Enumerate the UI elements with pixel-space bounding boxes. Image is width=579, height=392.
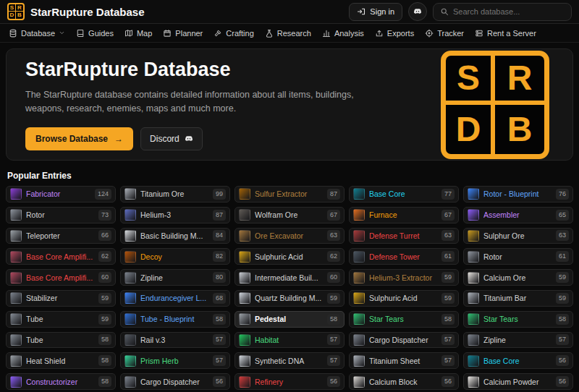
- entry-count-badge: 63: [556, 230, 569, 241]
- entry-card[interactable]: Habitat 57: [234, 332, 345, 349]
- entry-card[interactable]: Star Tears 58: [463, 311, 573, 328]
- entry-card[interactable]: Pedestal 58: [234, 311, 345, 328]
- entry-card[interactable]: Rotor - Blueprint 76: [463, 186, 573, 203]
- entry-card[interactable]: Sulphur Ore 63: [463, 228, 573, 244]
- entry-card[interactable]: Base Core Amplifi... 62: [6, 248, 116, 265]
- entry-thumbnail: [468, 188, 479, 200]
- entry-card[interactable]: Helium-3 Extractor 59: [349, 269, 459, 286]
- discord-icon-button[interactable]: [408, 2, 427, 21]
- entry-count-badge: 58: [98, 334, 111, 345]
- entry-name: Tube - Blueprint: [140, 315, 208, 323]
- entry-card[interactable]: Sulphuric Acid 59: [349, 290, 459, 307]
- discord-button-label: Discord: [150, 134, 179, 144]
- nav-item-map[interactable]: Map: [124, 29, 152, 38]
- entry-card[interactable]: Intermediate Buil... 60: [234, 269, 345, 286]
- entry-card[interactable]: Stabilizer 59: [6, 290, 116, 307]
- entry-card[interactable]: Refinery 56: [234, 373, 345, 390]
- entry-count-badge: 57: [441, 334, 455, 345]
- entry-card[interactable]: Synthetic DNA 57: [234, 352, 345, 369]
- entry-card[interactable]: Zipline 57: [463, 332, 573, 349]
- entry-thumbnail: [124, 334, 136, 346]
- entry-name: Fabricator: [26, 189, 90, 198]
- entry-name: Zipline: [140, 273, 208, 282]
- entry-card[interactable]: Tube 58: [6, 332, 116, 349]
- entry-card[interactable]: Sulphuric Acid 62: [234, 248, 345, 265]
- entry-card[interactable]: Teleporter 66: [6, 228, 116, 244]
- entry-card[interactable]: Base Core 56: [463, 352, 573, 369]
- entry-card[interactable]: Defense Tower 61: [349, 248, 459, 265]
- entry-card[interactable]: Rotor 61: [463, 248, 573, 265]
- entry-card[interactable]: Basic Building M... 84: [120, 228, 230, 244]
- entry-card[interactable]: Rail v.3 57: [120, 332, 230, 349]
- page-title: StarRupture Database: [25, 59, 441, 81]
- search-input[interactable]: [453, 7, 565, 16]
- site-title: StarRupture Database: [30, 6, 145, 18]
- entry-card[interactable]: Zipline 80: [120, 269, 230, 286]
- entry-card[interactable]: Quartz Building M... 59: [234, 290, 345, 307]
- entry-card[interactable]: Ore Excavator 63: [234, 228, 345, 244]
- entry-count-badge: 63: [327, 230, 340, 241]
- entry-thumbnail: [239, 292, 250, 304]
- nav-item-guides[interactable]: Guides: [76, 29, 114, 38]
- entry-card[interactable]: Assembler 65: [463, 207, 573, 223]
- entry-card[interactable]: Helium-3 87: [120, 207, 230, 223]
- nav-item-analysis[interactable]: Analysis: [322, 29, 364, 38]
- entry-name: Calcium Block: [369, 378, 437, 386]
- entry-card[interactable]: Titanium Sheet 57: [349, 352, 459, 369]
- arrow-right-icon: →: [114, 134, 123, 144]
- nav-item-label: Guides: [88, 29, 114, 38]
- entry-card[interactable]: Base Core 77: [349, 186, 459, 203]
- browse-database-button[interactable]: Browse Database →: [25, 127, 133, 150]
- nav-item-database[interactable]: Database: [9, 29, 65, 38]
- nav-item-research[interactable]: Research: [265, 29, 311, 38]
- planner-icon: [163, 29, 172, 38]
- entry-card[interactable]: Rotor 73: [6, 207, 116, 223]
- entry-thumbnail: [10, 334, 22, 346]
- entry-card[interactable]: Furnace 67: [349, 207, 459, 223]
- entry-card[interactable]: Tube 59: [6, 311, 116, 328]
- entry-count-badge: 56: [441, 376, 455, 387]
- entry-card[interactable]: Titanium Bar 59: [463, 290, 573, 307]
- entry-card[interactable]: Star Tears 58: [349, 311, 459, 328]
- site-logo[interactable]: SRDB: [7, 3, 25, 20]
- entry-card[interactable]: Cargo Dispatcher 56: [120, 373, 230, 390]
- nav-item-exports[interactable]: Exports: [375, 29, 414, 38]
- sign-in-button[interactable]: Sign in: [349, 3, 402, 21]
- entry-card[interactable]: Cargo Dispatcher 57: [349, 332, 459, 349]
- entry-name: Sulphuric Acid: [369, 294, 437, 302]
- entry-thumbnail: [353, 251, 365, 263]
- nav-item-tracker[interactable]: Tracker: [425, 29, 464, 38]
- logo-letter: S: [9, 4, 16, 12]
- entry-card[interactable]: Calcium Block 56: [349, 373, 459, 390]
- entry-card[interactable]: Defense Turret 63: [349, 228, 459, 244]
- entry-name: Quartz Building M...: [255, 294, 323, 302]
- entry-card[interactable]: Endurancegiver L... 68: [120, 290, 230, 307]
- entry-card[interactable]: Base Core Amplifi... 60: [6, 269, 116, 286]
- entry-name: Tube: [26, 336, 94, 344]
- entry-card[interactable]: Titanium Ore 99: [120, 186, 230, 203]
- entry-card[interactable]: Calcium Powder 56: [463, 373, 573, 390]
- entry-thumbnail: [10, 188, 22, 200]
- entry-count-badge: 61: [441, 251, 455, 262]
- entry-card[interactable]: Fabricator 124: [6, 186, 116, 203]
- entry-card[interactable]: Constructorizer 58: [6, 373, 116, 390]
- entry-card[interactable]: Decoy 82: [120, 248, 230, 265]
- entry-thumbnail: [353, 272, 365, 284]
- nav-item-planner[interactable]: Planner: [163, 29, 203, 38]
- nav-item-crafting[interactable]: Crafting: [214, 29, 254, 38]
- nav-item-label: Research: [277, 29, 311, 38]
- entry-card[interactable]: Heat Shield 58: [6, 352, 116, 369]
- entry-card[interactable]: Sulfur Extractor 87: [234, 186, 345, 203]
- entry-card[interactable]: Calcium Ore 59: [463, 269, 573, 286]
- discord-button[interactable]: Discord: [140, 127, 203, 150]
- entry-thumbnail: [468, 313, 479, 325]
- tracker-icon: [425, 29, 434, 38]
- entry-card[interactable]: Tube - Blueprint 58: [120, 311, 230, 328]
- entry-card[interactable]: Prism Herb 57: [120, 352, 230, 369]
- nav-item-rent-a-server[interactable]: Rent a Server: [475, 29, 536, 38]
- crafting-icon: [214, 29, 222, 38]
- entry-card[interactable]: Wolfram Ore 67: [234, 207, 345, 223]
- entry-count-badge: 65: [556, 210, 569, 221]
- entry-name: Rotor: [26, 210, 94, 219]
- popular-entries-section: Popular Entries Fabricator 124 Rotor 73 …: [0, 166, 579, 392]
